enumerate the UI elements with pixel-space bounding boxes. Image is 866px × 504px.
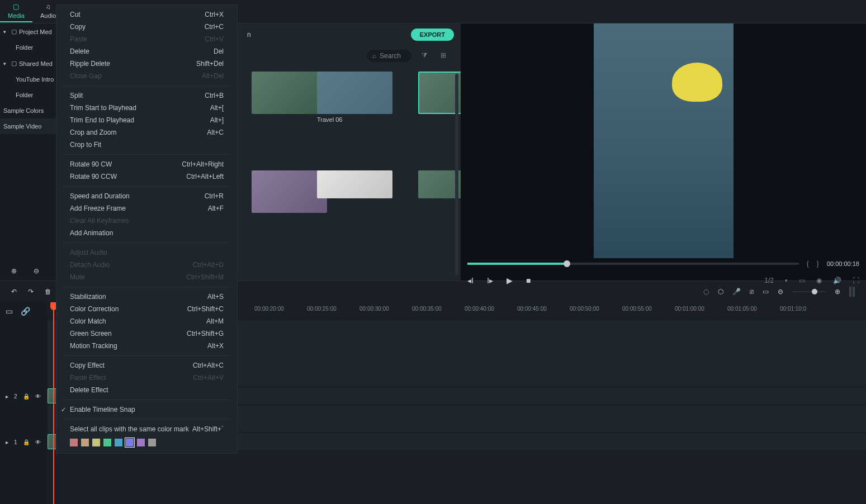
menu-item-enable-timeline-snap[interactable]: ✓Enable Timeline Snap — [56, 403, 237, 416]
playhead[interactable] — [53, 302, 54, 504]
filter-icon[interactable]: ⧩ — [422, 51, 430, 60]
media-thumb[interactable] — [418, 170, 461, 198]
menu-item-shortcut: Ctrl+R — [205, 192, 224, 200]
menu-item-stabilization[interactable]: StabilizationAlt+S — [56, 291, 237, 303]
media-thumb[interactable] — [252, 72, 327, 114]
ruler-tick: 00:00:55:00 — [622, 306, 652, 312]
zoom-slider[interactable] — [792, 291, 826, 292]
menu-item-cut[interactable]: CutCtrl+X — [56, 8, 237, 21]
menu-item-crop-and-zoom[interactable]: Crop and ZoomAlt+C — [56, 126, 237, 139]
media-thumb[interactable] — [317, 72, 392, 114]
redo-button[interactable]: ↷ — [28, 288, 34, 296]
link-tool-icon[interactable]: 🔗 — [21, 307, 30, 316]
tab-media[interactable]: ▢ Media — [0, 0, 32, 22]
delete-folder-icon[interactable]: ⊖ — [34, 267, 39, 275]
menu-item-green-screen[interactable]: Green ScreenCtrl+Shift+G — [56, 327, 237, 340]
menu-item-label: Delete Effect — [70, 386, 108, 394]
sidebar-item-sample-video[interactable]: Sample Video — [0, 118, 56, 134]
sidebar-item-folder2[interactable]: Folder — [0, 87, 56, 103]
menu-item-color-match[interactable]: Color MatchAlt+M — [56, 315, 237, 327]
mixer-icon[interactable]: ⎚ — [750, 288, 754, 296]
color-mark[interactable] — [103, 439, 111, 446]
menu-item-crop-to-fit[interactable]: Crop to Fit — [56, 139, 237, 151]
menu-item-motion-tracking[interactable]: Motion TrackingAlt+X — [56, 340, 237, 352]
color-mark[interactable] — [137, 439, 145, 446]
zoom-fit-icon[interactable] — [849, 287, 855, 297]
menu-item-split[interactable]: SplitCtrl+B — [56, 89, 237, 102]
progress-handle[interactable] — [564, 260, 570, 267]
menu-item-shortcut: Ctrl+Alt+Left — [186, 173, 224, 180]
track-header-1[interactable]: ▸ 1 🔒 👁 — [0, 433, 48, 451]
menu-separator — [63, 287, 230, 287]
media-thumb-selected[interactable]: ✓ — [418, 72, 461, 114]
progress-bar[interactable] — [467, 263, 799, 265]
menu-item-trim-start-to-playhead[interactable]: Trim Start to PlayheadAlt+[ — [56, 102, 237, 114]
menu-item-shortcut: Ctrl+Alt+Right — [182, 160, 224, 168]
zoom-out-button[interactable]: ⊖ — [778, 288, 783, 296]
zoom-handle[interactable] — [812, 289, 817, 294]
marker-icon[interactable]: ⬡ — [718, 288, 723, 296]
menu-item-add-freeze-frame[interactable]: Add Freeze FrameAlt+F — [56, 202, 237, 215]
sidebar-label: Shared Med — [19, 60, 53, 67]
new-folder-icon[interactable]: ⊕ — [11, 267, 17, 275]
menu-item-color-correction[interactable]: Color CorrectionCtrl+Shift+C — [56, 303, 237, 315]
sidebar-item-folder[interactable]: Folder — [0, 40, 56, 55]
menu-item-delete[interactable]: DeleteDel — [56, 45, 237, 58]
menu-item-shortcut: Ctrl+B — [205, 92, 224, 99]
menu-item-ripple-delete[interactable]: Ripple DeleteShift+Del — [56, 58, 237, 70]
media-thumb[interactable] — [252, 170, 327, 213]
scrollbar[interactable] — [455, 74, 458, 275]
menu-item-shortcut: Alt+M — [206, 317, 224, 325]
ruler-tick: 00:00:35:00 — [412, 306, 442, 312]
menu-item-label: Adjust Audio — [70, 249, 107, 256]
menu-item-speed-and-duration[interactable]: Speed and DurationCtrl+R — [56, 190, 237, 202]
sidebar-item-youtube-intro[interactable]: YouTube Intro — [0, 72, 56, 87]
menu-item-shortcut: Alt+Shift+` — [192, 425, 224, 433]
menu-item-rotate-90-cw[interactable]: Rotate 90 CWCtrl+Alt+Right — [56, 158, 237, 170]
grid-view-icon[interactable]: ⊞ — [441, 51, 449, 60]
render-icon[interactable]: ◌ — [703, 288, 709, 296]
folder-icon: ▢ — [12, 2, 21, 11]
menu-item-copy-effect[interactable]: Copy EffectCtrl+Alt+C — [56, 359, 237, 372]
menu-item-label: Crop and Zoom — [70, 129, 116, 136]
menu-item-trim-end-to-playhead[interactable]: Trim End to PlayheadAlt+] — [56, 114, 237, 126]
sidebar-item-sample-colors[interactable]: Sample Colors — [0, 103, 56, 118]
menu-item-label: Rotate 90 CCW — [70, 173, 117, 180]
export-button[interactable]: EXPORT — [411, 28, 454, 41]
color-mark[interactable] — [92, 439, 100, 446]
search-placeholder: Search — [380, 52, 401, 60]
media-thumb[interactable] — [317, 170, 392, 198]
eye-icon[interactable]: 👁 — [35, 393, 41, 400]
undo-button[interactable]: ↶ — [11, 288, 17, 296]
menu-item-label: Detach Audio — [70, 261, 110, 269]
menu-item-copy[interactable]: CopyCtrl+C — [56, 21, 237, 33]
sidebar-item-shared-media[interactable]: ▾ ▢ Shared Med — [0, 55, 56, 72]
ruler-tick: 00:00:20:00 — [254, 306, 284, 312]
keyframe-icon[interactable]: ▭ — [763, 288, 769, 296]
color-mark[interactable] — [115, 439, 122, 446]
search-input[interactable]: ⌕ Search — [367, 50, 411, 62]
voiceover-icon[interactable]: 🎤 — [732, 288, 741, 296]
sidebar-label: Project Med — [19, 28, 52, 35]
menu-item-delete-effect[interactable]: Delete Effect — [56, 384, 237, 396]
lock-icon[interactable]: 🔒 — [23, 439, 30, 445]
sidebar-item-project-media[interactable]: ▾ ▢ Project Med — [0, 23, 56, 40]
track-header-2[interactable]: ▸ 2 🔒 👁 — [0, 387, 48, 405]
menu-item-label: Mute — [70, 273, 85, 281]
chevron-down-icon: ▾ — [3, 29, 9, 35]
delete-button[interactable]: 🗑 — [45, 288, 51, 296]
color-mark[interactable] — [70, 439, 78, 446]
menu-item-label: Close Gap — [70, 72, 102, 80]
color-mark[interactable] — [81, 439, 89, 446]
select-tool-icon[interactable]: ▭ — [6, 307, 13, 316]
lock-icon[interactable]: 🔒 — [23, 393, 30, 400]
menu-item-rotate-90-ccw[interactable]: Rotate 90 CCWCtrl+Alt+Left — [56, 170, 237, 183]
menu-item-add-animation[interactable]: Add Animation — [56, 227, 237, 239]
menu-item-shortcut: Ctrl+Alt+D — [193, 261, 224, 269]
color-mark[interactable] — [148, 439, 156, 446]
zoom-in-button[interactable]: ⊕ — [835, 288, 840, 296]
eye-icon[interactable]: 👁 — [35, 439, 41, 445]
check-icon: ✓ — [61, 406, 66, 413]
menu-item-select-all-clips-with-the-same-color-mark[interactable]: Select all clips with the same color mar… — [56, 423, 237, 435]
color-mark[interactable] — [126, 439, 134, 446]
